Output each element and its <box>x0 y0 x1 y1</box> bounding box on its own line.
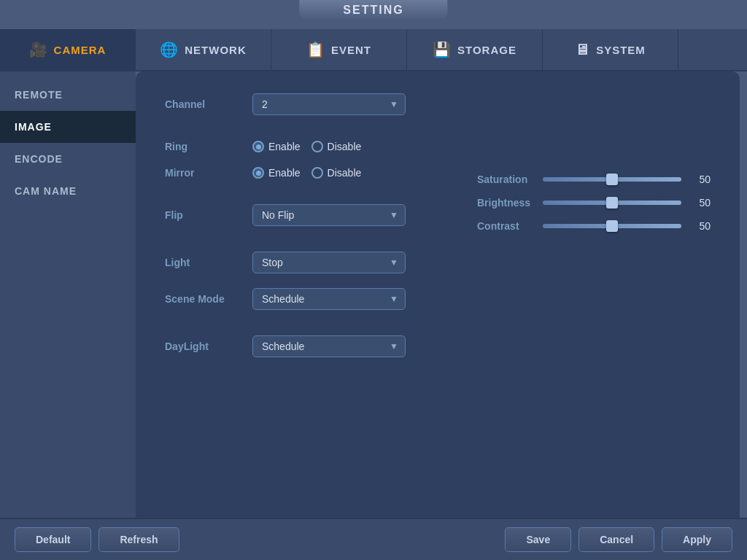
brightness-row: Brightness 50 <box>477 197 711 209</box>
main-content: Channel 1 2 3 4 ▼ Ring Enable Disable <box>136 71 740 553</box>
ring-disable-option[interactable]: Disable <box>311 141 362 152</box>
scene-mode-label: Scene Mode <box>165 293 238 305</box>
saturation-track[interactable] <box>543 177 681 182</box>
ring-disable-radio[interactable] <box>311 141 323 152</box>
storage-icon: 💾 <box>433 41 452 58</box>
camera-icon: 🎥 <box>29 41 48 58</box>
ring-radio-group: Enable Disable <box>252 141 361 152</box>
top-nav: 🎥 CAMERA 🌐 NETWORK 📋 EVENT 💾 STORAGE 🖥 S… <box>0 29 747 71</box>
channel-row: Channel 1 2 3 4 ▼ <box>165 93 711 115</box>
scene-mode-row: Scene Mode Schedule Indoor Outdoor ▼ <box>165 288 711 310</box>
brightness-thumb[interactable] <box>606 197 618 209</box>
daylight-row: DayLight Schedule On Off ▼ <box>165 335 711 357</box>
brightness-track[interactable] <box>543 201 681 205</box>
contrast-value: 50 <box>689 220 711 232</box>
nav-tab-system-label: SYSTEM <box>596 44 646 56</box>
ring-label: Ring <box>165 141 238 152</box>
mirror-disable-option[interactable]: Disable <box>311 167 362 179</box>
flip-label: Flip <box>165 209 238 221</box>
sidebar-item-remote[interactable]: REMOTE <box>0 79 136 111</box>
daylight-dropdown-wrapper: Schedule On Off ▼ <box>252 335 406 357</box>
network-icon: 🌐 <box>160 41 179 58</box>
nav-tab-network-label: NETWORK <box>185 44 247 56</box>
cancel-button[interactable]: Cancel <box>578 527 654 552</box>
right-buttons: Save Cancel Apply <box>505 527 732 552</box>
saturation-label: Saturation <box>477 174 535 185</box>
nav-tab-storage-label: STORAGE <box>457 44 516 56</box>
refresh-button[interactable]: Refresh <box>98 527 179 552</box>
sidebar-item-cam-name[interactable]: CAM NAME <box>0 175 136 207</box>
contrast-label: Contrast <box>477 220 535 232</box>
daylight-label: DayLight <box>165 341 238 352</box>
nav-tab-event[interactable]: 📋 EVENT <box>271 29 407 70</box>
channel-select[interactable]: 1 2 3 4 <box>252 93 406 115</box>
nav-tab-camera[interactable]: 🎥 CAMERA <box>0 29 136 70</box>
bottom-bar: Default Refresh Save Cancel Apply <box>0 518 747 560</box>
default-button[interactable]: Default <box>15 527 91 552</box>
sidebar-item-encode[interactable]: ENCODE <box>0 143 136 175</box>
nav-tab-storage[interactable]: 💾 STORAGE <box>407 29 543 70</box>
light-dropdown-wrapper: Stop Auto On ▼ <box>252 252 406 273</box>
apply-button[interactable]: Apply <box>662 527 732 552</box>
ring-enable-option[interactable]: Enable <box>252 141 301 152</box>
scene-mode-select[interactable]: Schedule Indoor Outdoor <box>252 288 406 310</box>
flip-dropdown-wrapper: No Flip Flip Horizontal Flip Vertical Fl… <box>252 204 406 226</box>
sidebar-item-image[interactable]: IMAGE <box>0 111 136 143</box>
light-select[interactable]: Stop Auto On <box>252 252 406 273</box>
flip-select[interactable]: No Flip Flip Horizontal Flip Vertical Fl… <box>252 204 406 226</box>
brightness-value: 50 <box>689 197 711 209</box>
event-icon: 📋 <box>306 41 325 58</box>
saturation-row: Saturation 50 <box>477 174 711 185</box>
mirror-disable-radio[interactable] <box>311 167 323 179</box>
nav-tab-system[interactable]: 🖥 SYSTEM <box>543 29 678 70</box>
save-button[interactable]: Save <box>505 527 571 552</box>
nav-tab-network[interactable]: 🌐 NETWORK <box>136 29 271 70</box>
system-icon: 🖥 <box>575 42 590 58</box>
title-text: SETTING <box>343 4 403 16</box>
saturation-value: 50 <box>689 174 711 185</box>
nav-tab-event-label: EVENT <box>331 44 371 56</box>
contrast-thumb[interactable] <box>606 220 618 232</box>
sidebar: REMOTE IMAGE ENCODE CAM NAME <box>0 71 136 560</box>
light-row: Light Stop Auto On ▼ <box>165 252 711 273</box>
mirror-enable-radio[interactable] <box>252 167 264 179</box>
ring-row: Ring Enable Disable <box>165 141 711 152</box>
saturation-thumb[interactable] <box>606 174 618 185</box>
mirror-label: Mirror <box>165 167 238 179</box>
scene-mode-dropdown-wrapper: Schedule Indoor Outdoor ▼ <box>252 288 406 310</box>
contrast-track[interactable] <box>543 224 681 228</box>
contrast-row: Contrast 50 <box>477 220 711 232</box>
sliders-section: Saturation 50 Brightness 50 Contrast 50 <box>477 174 711 244</box>
ring-enable-radio[interactable] <box>252 141 264 152</box>
title-bar: SETTING <box>299 0 447 20</box>
brightness-label: Brightness <box>477 197 535 209</box>
channel-label: Channel <box>165 98 238 110</box>
daylight-select[interactable]: Schedule On Off <box>252 335 406 357</box>
nav-tab-camera-label: CAMERA <box>54 44 107 56</box>
mirror-enable-option[interactable]: Enable <box>252 167 301 179</box>
mirror-radio-group: Enable Disable <box>252 167 361 179</box>
light-label: Light <box>165 257 238 268</box>
channel-dropdown-wrapper: 1 2 3 4 ▼ <box>252 93 406 115</box>
